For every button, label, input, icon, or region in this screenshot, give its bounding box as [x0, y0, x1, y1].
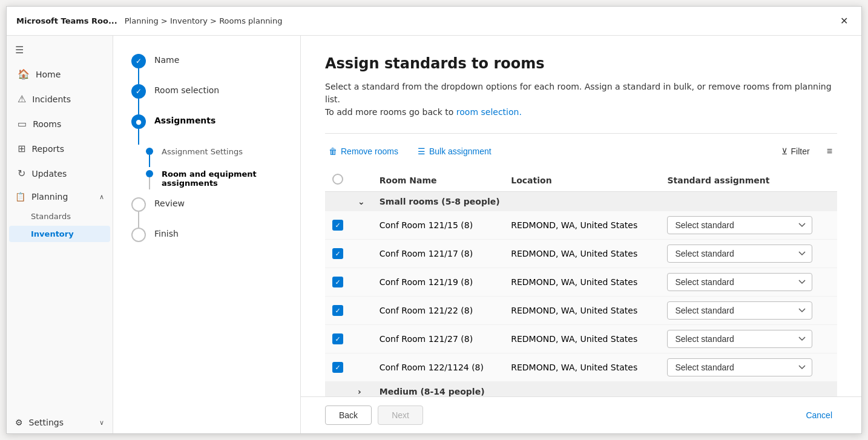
room-standard-cell[interactable]: Select standard	[660, 268, 837, 297]
room-standard-cell[interactable]: Select standard	[660, 297, 837, 325]
menu-icon[interactable]: ☰	[7, 38, 113, 62]
room-checkbox[interactable]: ✓	[332, 305, 343, 316]
room-expand-cell	[350, 297, 372, 325]
divider	[325, 133, 837, 134]
table-toolbar: 🗑 Remove rooms ☰ Bulk assignment ⊻ Filte…	[325, 143, 837, 159]
step-name: ✓ Name	[131, 54, 282, 84]
room-location-cell: REDMOND, WA, United States	[504, 211, 660, 240]
group-chevron-cell[interactable]: ⌄	[350, 192, 372, 212]
cancel-button[interactable]: Cancel	[801, 406, 837, 424]
room-checkbox-cell[interactable]: ✓	[325, 297, 350, 325]
sidebar-item-planning[interactable]: 📋 Planning ∧	[7, 186, 113, 208]
sidebar-sub-standards[interactable]: Standards	[9, 208, 110, 225]
col-checkbox	[325, 169, 350, 192]
settings-icon: ⚙	[15, 418, 23, 427]
bulk-assignment-label: Bulk assignment	[429, 146, 492, 156]
standard-select-0-0[interactable]: Select standard	[667, 216, 812, 234]
title-bar-left: Microsoft Teams Roo... Planning > Invent…	[16, 16, 282, 25]
rooms-table: Room Name Location Standard assignment	[325, 169, 837, 396]
desc-text-1: Select a standard from the dropdown opti…	[325, 82, 832, 104]
room-standard-cell[interactable]: Select standard	[660, 211, 837, 240]
room-checkbox[interactable]: ✓	[332, 220, 343, 231]
room-checkbox-cell[interactable]: ✓	[325, 325, 350, 353]
planning-icon: 📋	[15, 192, 25, 202]
group-label: Medium (8-14 people)	[372, 382, 837, 397]
room-standard-cell[interactable]: Select standard	[660, 353, 837, 382]
wizard-panel: ✓ Name ✓ Room selection	[113, 36, 301, 433]
step-label-room-selection: Room selection	[154, 84, 219, 107]
header-checkbox[interactable]	[332, 174, 343, 185]
room-checkbox-cell[interactable]: ✓	[325, 268, 350, 297]
sidebar-reports-label: Reports	[31, 144, 64, 154]
back-button[interactable]: Back	[325, 406, 372, 425]
main-layout: ☰ 🏠 Home ⚠ Incidents ▭ Rooms ⊞ Reports ↻…	[7, 36, 861, 433]
content-body: Assign standards to rooms Select a stand…	[301, 36, 861, 396]
sidebar-item-incidents[interactable]: ⚠ Incidents	[9, 87, 110, 111]
col-expand	[350, 169, 372, 192]
room-expand-cell	[350, 268, 372, 297]
sidebar-planning-label: Planning	[31, 192, 68, 202]
group-chevron-cell[interactable]: ›	[350, 382, 372, 397]
standard-select-0-3[interactable]: Select standard	[667, 301, 812, 320]
room-checkbox[interactable]: ✓	[332, 333, 343, 344]
table-group-row[interactable]: › Medium (8-14 people)	[325, 382, 837, 397]
step-room-selection: ✓ Room selection	[131, 84, 282, 114]
room-checkbox-cell[interactable]: ✓	[325, 211, 350, 240]
room-expand-cell	[350, 353, 372, 382]
room-checkbox-cell[interactable]: ✓	[325, 353, 350, 382]
sidebar-item-settings[interactable]: ⚙ Settings ∨	[7, 412, 113, 433]
room-checkbox[interactable]: ✓	[332, 362, 343, 373]
step-dot-review	[131, 197, 146, 212]
group-chevron-icon: ›	[358, 387, 361, 396]
next-button: Next	[378, 406, 423, 425]
room-standard-cell[interactable]: Select standard	[660, 325, 837, 353]
room-checkbox[interactable]: ✓	[332, 277, 343, 287]
sidebar: ☰ 🏠 Home ⚠ Incidents ▭ Rooms ⊞ Reports ↻…	[7, 36, 113, 433]
sidebar-home-label: Home	[36, 70, 61, 79]
col-room-name: Room Name	[372, 169, 504, 192]
footer-nav-buttons: Back Next	[325, 406, 423, 425]
remove-rooms-button[interactable]: 🗑 Remove rooms	[325, 144, 402, 159]
updates-icon: ↻	[18, 168, 25, 179]
sidebar-sub-inventory[interactable]: Inventory	[9, 226, 110, 242]
content-area: Assign standards to rooms Select a stand…	[301, 36, 861, 433]
sidebar-item-updates[interactable]: ↻ Updates	[9, 162, 110, 185]
step-label-review: Review	[154, 197, 185, 220]
room-standard-cell[interactable]: Select standard	[660, 240, 837, 268]
rooms-icon: ▭	[18, 118, 27, 130]
sidebar-standards-label: Standards	[31, 212, 71, 221]
room-checkbox[interactable]: ✓	[332, 248, 343, 259]
step-dot-name: ✓	[131, 54, 146, 68]
sidebar-item-reports[interactable]: ⊞ Reports	[9, 137, 110, 160]
room-name-cell: Conf Room 121/22 (8)	[372, 297, 504, 325]
table-row: ✓ Conf Room 121/22 (8) REDMOND, WA, Unit…	[325, 297, 837, 325]
step-room-equipment: Room and equipment assignments	[146, 167, 282, 197]
step-label-assignments: Assignments	[154, 114, 215, 137]
col-standard: Standard assignment	[660, 169, 837, 192]
step-dot-room-equipment	[146, 170, 153, 177]
step-dot-room-selection: ✓	[131, 84, 146, 99]
sort-button[interactable]: ≡	[822, 143, 837, 159]
filter-button[interactable]: ⊻ Filter	[777, 144, 815, 159]
sidebar-settings-label: Settings	[29, 418, 64, 427]
room-name-cell: Conf Room 122/1124 (8)	[372, 353, 504, 382]
sidebar-item-home[interactable]: 🏠 Home	[9, 62, 110, 86]
room-location-cell: REDMOND, WA, United States	[504, 325, 660, 353]
step-label-assignment-settings: Assignment Settings	[162, 145, 243, 166]
sidebar-rooms-label: Rooms	[33, 119, 61, 129]
bulk-assignment-button[interactable]: ☰ Bulk assignment	[414, 144, 495, 159]
sidebar-item-rooms[interactable]: ▭ Rooms	[9, 112, 110, 136]
room-expand-cell	[350, 211, 372, 240]
standard-select-0-4[interactable]: Select standard	[667, 330, 812, 348]
sidebar-incidents-label: Incidents	[32, 94, 71, 104]
table-group-row[interactable]: ⌄ Small rooms (5-8 people)	[325, 192, 837, 212]
standard-select-0-1[interactable]: Select standard	[667, 245, 812, 263]
standard-select-0-5[interactable]: Select standard	[667, 358, 812, 376]
standard-select-0-2[interactable]: Select standard	[667, 273, 812, 291]
room-checkbox-cell[interactable]: ✓	[325, 240, 350, 268]
table-row: ✓ Conf Room 122/1124 (8) REDMOND, WA, Un…	[325, 353, 837, 382]
room-name-cell: Conf Room 121/27 (8)	[372, 325, 504, 353]
room-location-cell: REDMOND, WA, United States	[504, 353, 660, 382]
close-button[interactable]: ✕	[837, 13, 852, 29]
room-selection-link[interactable]: room selection.	[456, 107, 522, 117]
